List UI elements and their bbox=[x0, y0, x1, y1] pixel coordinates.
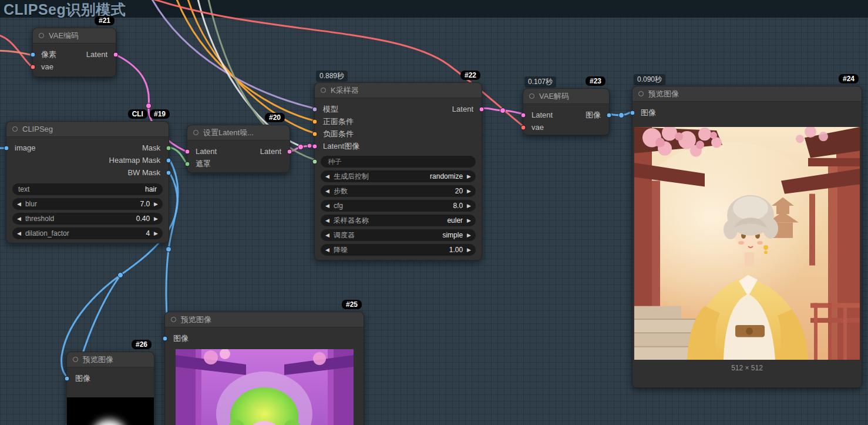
increment-arrow[interactable]: ▶ bbox=[154, 201, 158, 207]
output-socket-heatmap-mask[interactable] bbox=[166, 158, 171, 163]
node-header[interactable]: CLIPSeg bbox=[6, 122, 169, 137]
node-title: 预览图像 bbox=[181, 314, 211, 325]
node-vae-decode[interactable]: 0.107秒 #23 VAE解码 Latent 图像 vae bbox=[523, 88, 610, 135]
input-socket-vae[interactable] bbox=[521, 125, 526, 130]
decrement-arrow[interactable]: ◀ bbox=[17, 201, 21, 207]
increment-arrow[interactable]: ▶ bbox=[467, 247, 471, 253]
node-header[interactable]: K采样器 bbox=[315, 83, 482, 98]
decrement-arrow[interactable]: ◀ bbox=[325, 247, 329, 253]
input-socket-latent-image[interactable] bbox=[312, 143, 318, 149]
increment-arrow[interactable]: ▶ bbox=[467, 203, 471, 209]
input-socket-image[interactable] bbox=[163, 336, 168, 341]
increment-arrow[interactable]: ▶ bbox=[154, 216, 158, 222]
scheduler-widget[interactable]: ◀ 调度器 simple ▶ bbox=[321, 229, 476, 241]
collapse-dot[interactable] bbox=[193, 130, 199, 135]
dilation-factor-widget[interactable]: ◀ dilation_factor 4 ▶ bbox=[12, 227, 163, 239]
node-preview-image-bw[interactable]: #26 预览图像 图像 bbox=[66, 352, 154, 425]
output-socket-bw-mask[interactable] bbox=[166, 170, 171, 175]
decrement-arrow[interactable]: ◀ bbox=[17, 230, 21, 236]
decrement-arrow[interactable]: ◀ bbox=[325, 232, 329, 238]
input-label-model: 模型 bbox=[323, 104, 338, 115]
sampler-name-widget[interactable]: ◀ 采样器名称 euler ▶ bbox=[321, 215, 476, 226]
widget-value: 8.0 bbox=[453, 202, 463, 210]
denoise-widget[interactable]: ◀ 降噪 1.00 ▶ bbox=[321, 244, 476, 256]
io-row: Latent 图像 bbox=[523, 109, 609, 121]
link-dot bbox=[619, 113, 624, 118]
input-label-image: image bbox=[15, 143, 35, 152]
input-label-pixels: 像素 bbox=[41, 49, 56, 60]
collapse-dot[interactable] bbox=[638, 91, 644, 96]
node-id-badge: #21 bbox=[95, 16, 115, 25]
widget-label: 采样器名称 bbox=[334, 216, 369, 226]
increment-arrow[interactable]: ▶ bbox=[154, 230, 158, 236]
node-header[interactable]: 预览图像 bbox=[67, 352, 154, 367]
text-prompt-widget[interactable]: text hair bbox=[12, 183, 163, 195]
decrement-arrow[interactable]: ◀ bbox=[17, 216, 21, 222]
seed-widget[interactable]: 种子 bbox=[321, 156, 476, 168]
collapse-dot[interactable] bbox=[529, 93, 534, 99]
io-row: Latent Latent bbox=[187, 145, 290, 158]
decrement-arrow[interactable]: ◀ bbox=[325, 203, 329, 209]
node-set-latent-noise[interactable]: #20 设置Latent噪... Latent Latent 遮罩 bbox=[187, 125, 290, 173]
input-socket-image[interactable] bbox=[630, 110, 635, 115]
output-socket-latent[interactable] bbox=[479, 106, 485, 112]
input-socket-latent[interactable] bbox=[521, 112, 526, 118]
io-row: Heatmap Mask bbox=[6, 154, 169, 166]
input-socket-seed[interactable] bbox=[312, 159, 318, 165]
control-after-generate-widget[interactable]: ◀ 生成后控制 randomize ▶ bbox=[321, 170, 476, 182]
input-socket-model[interactable] bbox=[312, 106, 318, 112]
output-socket-image[interactable] bbox=[607, 112, 612, 118]
node-graph-canvas[interactable]: CLIPSeg识别模式 #21 VAE编码 bbox=[0, 0, 868, 425]
node-clipseg[interactable]: CLI #19 CLIPSeg image Mask Heatmap Mask … bbox=[6, 121, 169, 243]
node-header[interactable]: VAE解码 bbox=[523, 89, 609, 104]
execution-time: 0.889秒 bbox=[316, 71, 348, 82]
widget-label: 降噪 bbox=[334, 245, 348, 255]
collapse-dot[interactable] bbox=[39, 33, 44, 38]
node-vae-encode[interactable]: #21 VAE编码 像素 Latent vae bbox=[32, 28, 116, 77]
output-socket-mask[interactable] bbox=[166, 145, 171, 150]
input-socket-positive[interactable] bbox=[312, 119, 318, 124]
node-ksampler[interactable]: 0.889秒 #22 K采样器 模型 Latent 正面条件 负面条件 bbox=[314, 82, 482, 260]
decrement-arrow[interactable]: ◀ bbox=[325, 188, 329, 194]
input-socket-image[interactable] bbox=[4, 145, 9, 150]
node-header[interactable]: 设置Latent噪... bbox=[187, 125, 290, 140]
output-label-mask: Mask bbox=[142, 143, 160, 152]
preview-image-bw bbox=[67, 397, 154, 425]
input-socket-mask[interactable] bbox=[185, 161, 190, 166]
input-socket-image[interactable] bbox=[65, 376, 70, 381]
decrement-arrow[interactable]: ◀ bbox=[325, 173, 329, 179]
output-socket-latent[interactable] bbox=[287, 149, 292, 154]
increment-arrow[interactable]: ▶ bbox=[467, 173, 471, 179]
node-id-badge: #24 bbox=[839, 74, 859, 83]
cfg-widget[interactable]: ◀ cfg 8.0 ▶ bbox=[321, 200, 476, 212]
increment-arrow[interactable]: ▶ bbox=[467, 188, 471, 194]
link-dot bbox=[500, 108, 506, 113]
node-preview-image-main[interactable]: 0.090秒 #24 预览图像 图像 bbox=[632, 86, 862, 388]
decrement-arrow[interactable]: ◀ bbox=[325, 217, 329, 223]
steps-widget[interactable]: ◀ 步数 20 ▶ bbox=[321, 185, 476, 197]
node-preview-image-heatmap[interactable]: #25 预览图像 图像 bbox=[164, 312, 364, 425]
node-header[interactable]: 预览图像 bbox=[165, 312, 364, 327]
input-socket-vae[interactable] bbox=[31, 64, 36, 69]
input-socket-latent[interactable] bbox=[185, 149, 190, 154]
threshold-widget[interactable]: ◀ threshold 0.40 ▶ bbox=[12, 213, 163, 225]
node-title: K采样器 bbox=[331, 85, 359, 96]
collapse-dot[interactable] bbox=[321, 88, 326, 93]
input-socket-pixels[interactable] bbox=[31, 52, 36, 57]
collapse-dot[interactable] bbox=[12, 126, 18, 132]
output-label-latent: Latent bbox=[86, 50, 107, 59]
collapse-dot[interactable] bbox=[171, 317, 176, 322]
io-row: 遮罩 bbox=[187, 158, 290, 170]
node-id-badge: #23 bbox=[586, 76, 605, 86]
node-header[interactable]: 预览图像 bbox=[633, 86, 862, 102]
io-row: 负面条件 bbox=[315, 128, 482, 140]
collapse-dot[interactable] bbox=[73, 357, 78, 362]
node-title: 预览图像 bbox=[648, 89, 679, 99]
increment-arrow[interactable]: ▶ bbox=[467, 232, 471, 238]
node-header[interactable]: VAE编码 bbox=[33, 28, 116, 43]
output-socket-latent[interactable] bbox=[113, 52, 119, 57]
increment-arrow[interactable]: ▶ bbox=[467, 217, 471, 223]
io-row: BW Mask bbox=[6, 166, 169, 179]
blur-widget[interactable]: ◀ blur 7.0 ▶ bbox=[12, 198, 163, 210]
input-socket-negative[interactable] bbox=[312, 131, 318, 136]
